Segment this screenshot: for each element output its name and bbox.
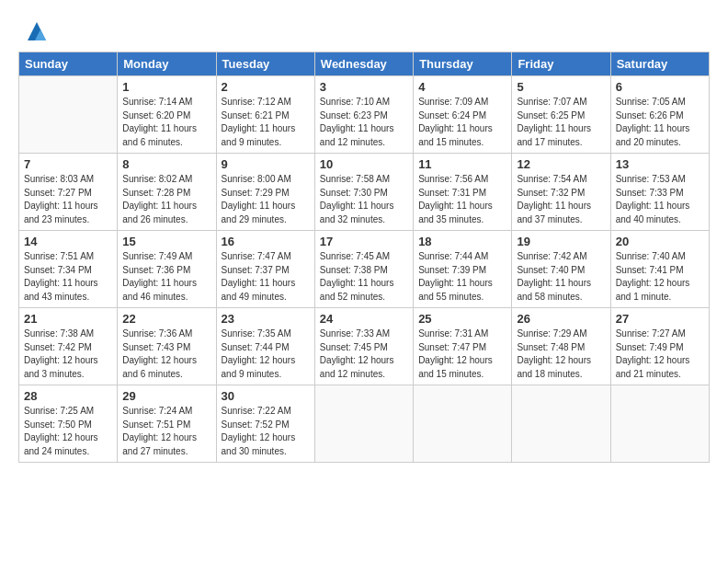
day-number: 18 bbox=[418, 235, 506, 248]
cell-info: Sunrise: 7:36 AM Sunset: 7:43 PM Dayligh… bbox=[122, 327, 210, 381]
day-number: 25 bbox=[418, 312, 506, 326]
day-number: 29 bbox=[122, 389, 210, 403]
calendar-cell: 4Sunrise: 7:09 AM Sunset: 6:24 PM Daylig… bbox=[414, 76, 512, 154]
day-number: 10 bbox=[320, 157, 408, 171]
day-number: 28 bbox=[24, 389, 112, 403]
day-number: 27 bbox=[616, 312, 704, 326]
cell-info: Sunrise: 7:44 AM Sunset: 7:39 PM Dayligh… bbox=[418, 250, 506, 304]
calendar-cell: 22Sunrise: 7:36 AM Sunset: 7:43 PM Dayli… bbox=[118, 308, 216, 385]
col-monday: Monday bbox=[118, 52, 216, 76]
cell-info: Sunrise: 7:40 AM Sunset: 7:41 PM Dayligh… bbox=[616, 250, 704, 304]
header bbox=[18, 17, 710, 46]
cell-info: Sunrise: 7:35 AM Sunset: 7:44 PM Dayligh… bbox=[222, 327, 310, 381]
cell-info: Sunrise: 7:53 AM Sunset: 7:33 PM Dayligh… bbox=[616, 173, 704, 226]
day-number: 5 bbox=[517, 80, 605, 94]
cell-info: Sunrise: 7:49 AM Sunset: 7:36 PM Dayligh… bbox=[122, 250, 210, 304]
cell-info: Sunrise: 7:10 AM Sunset: 6:23 PM Dayligh… bbox=[320, 96, 408, 149]
cell-info: Sunrise: 8:02 AM Sunset: 7:28 PM Dayligh… bbox=[122, 173, 210, 226]
day-number: 20 bbox=[616, 235, 704, 248]
col-tuesday: Tuesday bbox=[216, 52, 314, 76]
day-number: 30 bbox=[222, 389, 310, 403]
cell-info: Sunrise: 7:14 AM Sunset: 6:20 PM Dayligh… bbox=[122, 96, 210, 149]
cell-info: Sunrise: 7:33 AM Sunset: 7:45 PM Dayligh… bbox=[320, 327, 408, 381]
calendar-cell: 2Sunrise: 7:12 AM Sunset: 6:21 PM Daylig… bbox=[216, 76, 314, 154]
col-friday: Friday bbox=[512, 52, 610, 76]
col-thursday: Thursday bbox=[414, 52, 512, 76]
calendar-cell: 10Sunrise: 7:58 AM Sunset: 7:30 PM Dayli… bbox=[314, 154, 413, 231]
calendar-cell bbox=[19, 76, 118, 154]
cell-info: Sunrise: 7:12 AM Sunset: 6:21 PM Dayligh… bbox=[222, 96, 310, 149]
cell-info: Sunrise: 7:24 AM Sunset: 7:51 PM Dayligh… bbox=[122, 405, 210, 458]
logo bbox=[18, 17, 51, 46]
day-number: 14 bbox=[24, 235, 112, 248]
calendar-cell: 18Sunrise: 7:44 AM Sunset: 7:39 PM Dayli… bbox=[414, 231, 512, 308]
day-number: 4 bbox=[418, 80, 506, 94]
calendar-cell: 30Sunrise: 7:22 AM Sunset: 7:52 PM Dayli… bbox=[216, 385, 314, 463]
day-number: 13 bbox=[616, 157, 704, 171]
cell-info: Sunrise: 7:45 AM Sunset: 7:38 PM Dayligh… bbox=[320, 250, 408, 304]
calendar-cell: 29Sunrise: 7:24 AM Sunset: 7:51 PM Dayli… bbox=[118, 385, 216, 463]
calendar-cell: 14Sunrise: 7:51 AM Sunset: 7:34 PM Dayli… bbox=[19, 231, 118, 308]
calendar-cell: 23Sunrise: 7:35 AM Sunset: 7:44 PM Dayli… bbox=[216, 308, 314, 385]
day-number: 19 bbox=[517, 235, 605, 248]
day-number: 16 bbox=[222, 235, 310, 248]
calendar-cell: 8Sunrise: 8:02 AM Sunset: 7:28 PM Daylig… bbox=[118, 154, 216, 231]
calendar-cell: 12Sunrise: 7:54 AM Sunset: 7:32 PM Dayli… bbox=[512, 154, 610, 231]
cell-info: Sunrise: 7:56 AM Sunset: 7:31 PM Dayligh… bbox=[418, 173, 506, 226]
day-number: 2 bbox=[222, 80, 310, 94]
day-number: 12 bbox=[517, 157, 605, 171]
cell-info: Sunrise: 7:47 AM Sunset: 7:37 PM Dayligh… bbox=[222, 250, 310, 304]
cell-info: Sunrise: 7:54 AM Sunset: 7:32 PM Dayligh… bbox=[517, 173, 605, 226]
day-number: 8 bbox=[122, 157, 210, 171]
cell-info: Sunrise: 7:58 AM Sunset: 7:30 PM Dayligh… bbox=[320, 173, 408, 226]
day-number: 26 bbox=[517, 312, 605, 326]
calendar-cell bbox=[314, 385, 413, 463]
calendar-cell: 24Sunrise: 7:33 AM Sunset: 7:45 PM Dayli… bbox=[314, 308, 413, 385]
col-saturday: Saturday bbox=[610, 52, 709, 76]
calendar-cell: 27Sunrise: 7:27 AM Sunset: 7:49 PM Dayli… bbox=[610, 308, 709, 385]
col-wednesday: Wednesday bbox=[314, 52, 413, 76]
calendar-cell: 7Sunrise: 8:03 AM Sunset: 7:27 PM Daylig… bbox=[19, 154, 118, 231]
cell-info: Sunrise: 8:03 AM Sunset: 7:27 PM Dayligh… bbox=[24, 173, 112, 226]
day-number: 9 bbox=[222, 157, 310, 171]
calendar-cell: 21Sunrise: 7:38 AM Sunset: 7:42 PM Dayli… bbox=[19, 308, 118, 385]
calendar-cell: 28Sunrise: 7:25 AM Sunset: 7:50 PM Dayli… bbox=[19, 385, 118, 463]
cell-info: Sunrise: 7:07 AM Sunset: 6:25 PM Dayligh… bbox=[517, 96, 605, 149]
day-number: 24 bbox=[320, 312, 408, 326]
calendar-cell: 9Sunrise: 8:00 AM Sunset: 7:29 PM Daylig… bbox=[216, 154, 314, 231]
calendar-cell: 11Sunrise: 7:56 AM Sunset: 7:31 PM Dayli… bbox=[414, 154, 512, 231]
calendar-cell: 15Sunrise: 7:49 AM Sunset: 7:36 PM Dayli… bbox=[118, 231, 216, 308]
cell-info: Sunrise: 7:09 AM Sunset: 6:24 PM Dayligh… bbox=[418, 96, 506, 149]
calendar-header-row: Sunday Monday Tuesday Wednesday Thursday… bbox=[19, 52, 710, 76]
cell-info: Sunrise: 7:05 AM Sunset: 6:26 PM Dayligh… bbox=[616, 96, 704, 149]
calendar-cell: 20Sunrise: 7:40 AM Sunset: 7:41 PM Dayli… bbox=[610, 231, 709, 308]
cell-info: Sunrise: 7:51 AM Sunset: 7:34 PM Dayligh… bbox=[24, 250, 112, 304]
cell-info: Sunrise: 8:00 AM Sunset: 7:29 PM Dayligh… bbox=[222, 173, 310, 226]
calendar-cell: 19Sunrise: 7:42 AM Sunset: 7:40 PM Dayli… bbox=[512, 231, 610, 308]
cell-info: Sunrise: 7:25 AM Sunset: 7:50 PM Dayligh… bbox=[24, 405, 112, 458]
cell-info: Sunrise: 7:42 AM Sunset: 7:40 PM Dayligh… bbox=[517, 250, 605, 304]
col-sunday: Sunday bbox=[19, 52, 118, 76]
cell-info: Sunrise: 7:22 AM Sunset: 7:52 PM Dayligh… bbox=[222, 405, 310, 458]
calendar-cell: 6Sunrise: 7:05 AM Sunset: 6:26 PM Daylig… bbox=[610, 76, 709, 154]
day-number: 6 bbox=[616, 80, 704, 94]
day-number: 15 bbox=[122, 235, 210, 248]
cell-info: Sunrise: 7:29 AM Sunset: 7:48 PM Dayligh… bbox=[517, 327, 605, 381]
logo-icon bbox=[22, 17, 51, 46]
day-number: 11 bbox=[418, 157, 506, 171]
cell-info: Sunrise: 7:31 AM Sunset: 7:47 PM Dayligh… bbox=[418, 327, 506, 381]
calendar-cell: 13Sunrise: 7:53 AM Sunset: 7:33 PM Dayli… bbox=[610, 154, 709, 231]
day-number: 1 bbox=[122, 80, 210, 94]
calendar-cell: 3Sunrise: 7:10 AM Sunset: 6:23 PM Daylig… bbox=[314, 76, 413, 154]
day-number: 17 bbox=[320, 235, 408, 248]
calendar-cell bbox=[610, 385, 709, 463]
calendar-cell: 17Sunrise: 7:45 AM Sunset: 7:38 PM Dayli… bbox=[314, 231, 413, 308]
day-number: 23 bbox=[222, 312, 310, 326]
day-number: 22 bbox=[122, 312, 210, 326]
calendar-cell: 1Sunrise: 7:14 AM Sunset: 6:20 PM Daylig… bbox=[118, 76, 216, 154]
cell-info: Sunrise: 7:38 AM Sunset: 7:42 PM Dayligh… bbox=[24, 327, 112, 381]
day-number: 3 bbox=[320, 80, 408, 94]
day-number: 21 bbox=[24, 312, 112, 326]
calendar-cell bbox=[512, 385, 610, 463]
day-number: 7 bbox=[24, 157, 112, 171]
